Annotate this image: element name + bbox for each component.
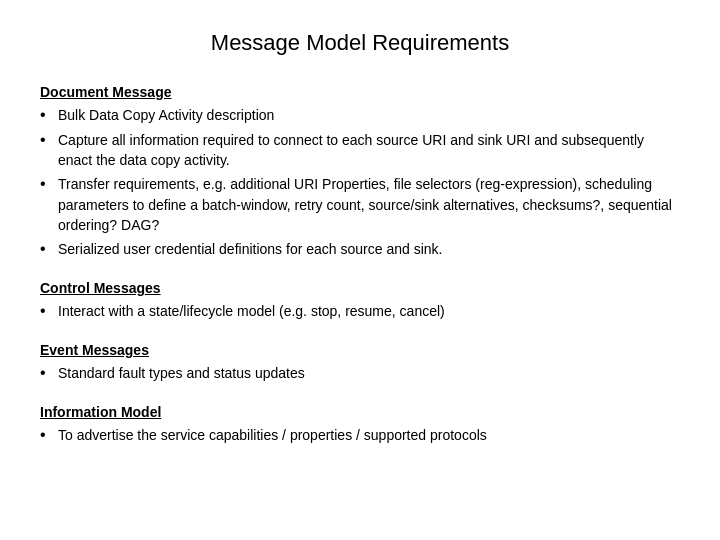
section-document-message: Document Message•Bulk Data Copy Activity… (40, 84, 680, 260)
bullet-text: Interact with a state/lifecycle model (e… (58, 301, 680, 321)
bullet-list-event-messages: •Standard fault types and status updates (40, 363, 680, 384)
sections-container: Document Message•Bulk Data Copy Activity… (40, 84, 680, 445)
page: Message Model Requirements Document Mess… (0, 0, 720, 540)
bullet-list-information-model: •To advertise the service capabilities /… (40, 425, 680, 446)
bullet-text: Transfer requirements, e.g. additional U… (58, 174, 680, 235)
bullet-dot: • (40, 363, 58, 384)
bullet-dot: • (40, 425, 58, 446)
bullet-text: Bulk Data Copy Activity description (58, 105, 680, 125)
bullet-dot: • (40, 174, 58, 195)
section-event-messages: Event Messages•Standard fault types and … (40, 342, 680, 384)
section-control-messages: Control Messages•Interact with a state/l… (40, 280, 680, 322)
list-item: •Capture all information required to con… (40, 130, 680, 171)
section-heading-information-model: Information Model (40, 404, 680, 420)
bullet-text: Serialized user credential definitions f… (58, 239, 680, 259)
bullet-list-control-messages: •Interact with a state/lifecycle model (… (40, 301, 680, 322)
bullet-text: Standard fault types and status updates (58, 363, 680, 383)
list-item: •To advertise the service capabilities /… (40, 425, 680, 446)
list-item: •Serialized user credential definitions … (40, 239, 680, 260)
bullet-dot: • (40, 301, 58, 322)
bullet-dot: • (40, 105, 58, 126)
bullet-dot: • (40, 130, 58, 151)
bullet-text: To advertise the service capabilities / … (58, 425, 680, 445)
bullet-text: Capture all information required to conn… (58, 130, 680, 171)
section-information-model: Information Model•To advertise the servi… (40, 404, 680, 446)
list-item: •Transfer requirements, e.g. additional … (40, 174, 680, 235)
section-heading-event-messages: Event Messages (40, 342, 680, 358)
section-heading-document-message: Document Message (40, 84, 680, 100)
bullet-list-document-message: •Bulk Data Copy Activity description•Cap… (40, 105, 680, 260)
bullet-dot: • (40, 239, 58, 260)
list-item: •Standard fault types and status updates (40, 363, 680, 384)
list-item: •Bulk Data Copy Activity description (40, 105, 680, 126)
section-heading-control-messages: Control Messages (40, 280, 680, 296)
list-item: •Interact with a state/lifecycle model (… (40, 301, 680, 322)
page-title: Message Model Requirements (40, 30, 680, 56)
